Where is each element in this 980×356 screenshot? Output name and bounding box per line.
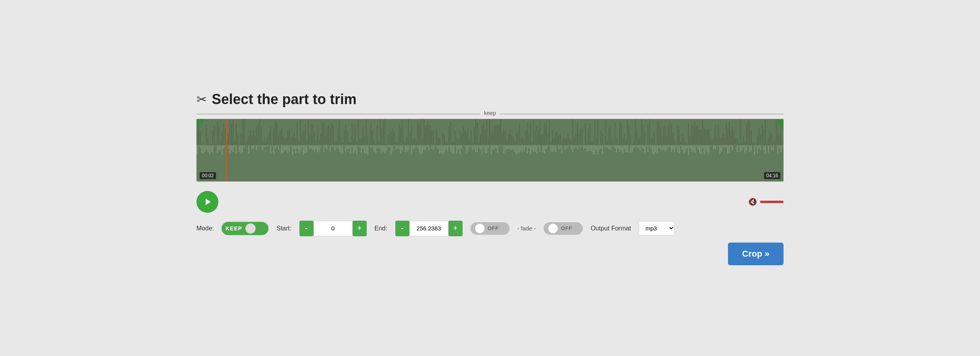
controls-row: 🔇 [196, 191, 784, 213]
fade-knob-1 [475, 224, 485, 233]
start-number-group: - + [299, 221, 367, 236]
page-title-area: ✂ Select the part to trim [196, 91, 784, 108]
page-title: Select the part to trim [212, 91, 357, 108]
handle-right[interactable] [776, 119, 784, 182]
play-button[interactable] [196, 191, 218, 213]
handle-left[interactable] [196, 119, 204, 182]
fade-toggle-1[interactable]: OFF [470, 222, 510, 235]
volume-icon: 🔇 [748, 198, 757, 206]
volume-area: 🔇 [748, 198, 784, 206]
fade-toggle-2[interactable]: OFF [544, 222, 583, 235]
mode-toggle-knob [245, 223, 256, 234]
main-container: ✂ Select the part to trim keep 00:02 04:… [196, 91, 784, 265]
fade-separator: - fade - [517, 225, 536, 232]
end-minus-button[interactable]: - [395, 221, 409, 236]
mode-toggle[interactable]: KEEP [222, 222, 268, 235]
trim-icon: ✂ [196, 92, 207, 107]
start-plus-button[interactable]: + [353, 221, 367, 236]
end-label: End: [375, 225, 387, 232]
output-format-label: Output Format [591, 225, 631, 232]
start-minus-button[interactable]: - [299, 221, 313, 236]
mode-toggle-value: KEEP [225, 225, 242, 232]
end-input[interactable] [409, 221, 449, 236]
keep-label: keep [480, 110, 500, 116]
volume-slider[interactable] [760, 201, 784, 203]
svg-marker-0 [205, 198, 211, 205]
output-format-select[interactable]: mp3 wav ogg flac aac [639, 221, 675, 236]
start-input[interactable] [313, 221, 353, 236]
crop-button[interactable]: Crop » [728, 243, 784, 265]
end-number-group: - + [395, 221, 463, 236]
waveform-canvas [196, 119, 784, 182]
options-row: Mode: KEEP Start: - + End: - + OFF - fad… [196, 221, 784, 236]
end-plus-button[interactable]: + [449, 221, 463, 236]
mode-label: Mode: [196, 225, 214, 232]
playhead [226, 119, 227, 182]
waveform-container[interactable]: 00:02 04:16 [196, 119, 784, 182]
start-label: Start: [276, 225, 291, 232]
fade-off-2: OFF [561, 225, 572, 231]
fade-knob-2 [548, 224, 558, 233]
fade-off-1: OFF [488, 225, 499, 231]
